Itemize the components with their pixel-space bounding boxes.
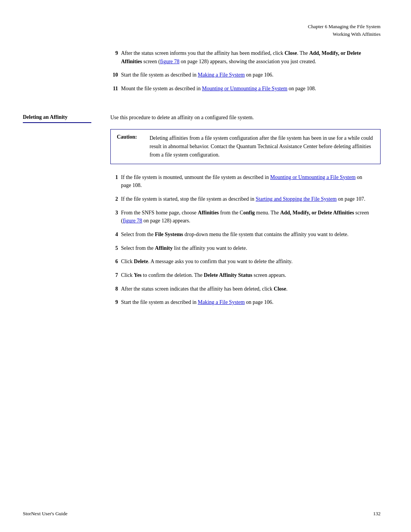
del-step-7-number: 7 xyxy=(110,271,121,280)
deleting-left-sidebar: Deleting an Affinity xyxy=(23,113,99,312)
step-9-content: After the status screen informs you that… xyxy=(121,49,381,66)
caution-label: Caution: xyxy=(117,134,143,159)
del-step-2-content: If the file system is started, stop the … xyxy=(121,195,381,203)
top-sidebar xyxy=(23,49,99,98)
step9-screen-bold: Add, Modify, or Delete Affinities xyxy=(121,50,361,64)
intro-text: Use this procedure to delete an affinity… xyxy=(110,113,381,122)
del-step-1-content: If the file system is mounted, unmount t… xyxy=(121,173,381,190)
del-step-7-content: Click Yes to confirm the deletion. The D… xyxy=(121,271,381,280)
header-line1: Chapter 6 Managing the File System xyxy=(0,23,381,30)
del-step-8: 8 After the status screen indicates that… xyxy=(110,285,381,293)
step-11-number: 11 xyxy=(110,85,121,93)
del-step-4-number: 4 xyxy=(110,230,121,239)
caution-text: Deleting affinities from a file system c… xyxy=(150,134,374,159)
del-step7-yes: Yes xyxy=(134,272,142,278)
top-main-content: 9 After the status screen informs you th… xyxy=(99,49,381,98)
step-11: 11 Mount the file system as described in… xyxy=(110,85,381,93)
del-step1-link[interactable]: Mounting or Unmounting a File System xyxy=(270,174,355,180)
del-step-3: 3 From the SNFS home page, choose Affini… xyxy=(110,209,381,225)
del-step-6-content: Click Delete. A message asks you to conf… xyxy=(121,257,381,266)
del-step-6: 6 Click Delete. A message asks you to co… xyxy=(110,257,381,266)
del-step7-status-screen: Delete Affinity Status xyxy=(204,272,253,278)
del-step-8-number: 8 xyxy=(110,285,121,293)
caution-box: Caution: Deleting affinities from a file… xyxy=(110,129,381,164)
del-step-9: 9 Start the file system as described in … xyxy=(110,298,381,307)
del-step-8-content: After the status screen indicates that t… xyxy=(121,285,381,293)
del-step3-config: onfig xyxy=(243,210,255,216)
del-step-2: 2 If the file system is started, stop th… xyxy=(110,195,381,203)
del-step-2-number: 2 xyxy=(110,195,121,203)
del-step-6-number: 6 xyxy=(110,257,121,266)
del-step-5-content: Select from the Affinity list the affini… xyxy=(121,244,381,252)
step-10-number: 10 xyxy=(110,71,121,79)
del-step3-screen: Add, Modify, or Delete Affinities xyxy=(280,210,354,216)
deleting-section: Deleting an Affinity Use this procedure … xyxy=(0,113,411,312)
step-9-number: 9 xyxy=(110,49,121,66)
step11-link[interactable]: Mounting or Unmounting a File System xyxy=(202,86,287,91)
del-step-3-number: 3 xyxy=(110,209,121,225)
section-heading-deleting: Deleting an Affinity xyxy=(23,113,91,123)
del-step3-link[interactable]: figure 78 xyxy=(123,218,142,224)
del-step-4-content: Select from the File Systems drop-down m… xyxy=(121,230,381,239)
del-step-5-number: 5 xyxy=(110,244,121,252)
step-9-top: 9 After the status screen informs you th… xyxy=(110,49,381,66)
del-step9-link[interactable]: Making a File System xyxy=(198,299,245,305)
del-step-5: 5 Select from the Affinity list the affi… xyxy=(110,244,381,252)
del-step2-link[interactable]: Starting and Stopping the File System xyxy=(256,196,337,202)
del-step3-affinities: Affinities xyxy=(198,210,219,216)
step-10: 10 Start the file system as described in… xyxy=(110,71,381,79)
top-steps-area: 9 After the status screen informs you th… xyxy=(0,49,411,98)
footer-right: 132 xyxy=(373,511,381,517)
del-step-9-number: 9 xyxy=(110,298,121,307)
step10-link[interactable]: Making a File System xyxy=(198,72,245,78)
step9-figure-link[interactable]: figure 78 xyxy=(160,59,180,64)
step-11-content: Mount the file system as described in Mo… xyxy=(121,85,381,93)
page-footer: StorNext User's Guide 132 xyxy=(23,511,381,517)
footer-left: StorNext User's Guide xyxy=(23,511,67,517)
page-header: Chapter 6 Managing the File System Worki… xyxy=(0,23,411,38)
del-step-7: 7 Click Yes to confirm the deletion. The… xyxy=(110,271,381,280)
del-step-4: 4 Select from the File Systems drop-down… xyxy=(110,230,381,239)
del-step5-affinity: Affinity xyxy=(155,245,173,251)
del-step4-filesystems: File Systems xyxy=(155,232,183,237)
header-line2: Working With Affinities xyxy=(0,30,381,38)
del-step-9-content: Start the file system as described in Ma… xyxy=(121,298,381,307)
del-step-1-number: 1 xyxy=(110,173,121,190)
del-step6-delete: Delete xyxy=(134,259,148,264)
step9-close-bold: Close xyxy=(285,50,297,56)
step-10-content: Start the file system as described in Ma… xyxy=(121,71,381,79)
page-container: Chapter 6 Managing the File System Worki… xyxy=(0,0,411,532)
del-step-1: 1 If the file system is mounted, unmount… xyxy=(110,173,381,190)
del-step-3-content: From the SNFS home page, choose Affiniti… xyxy=(121,209,381,225)
del-step8-close: Close xyxy=(274,286,286,292)
deleting-right-content: Use this procedure to delete an affinity… xyxy=(99,113,381,312)
